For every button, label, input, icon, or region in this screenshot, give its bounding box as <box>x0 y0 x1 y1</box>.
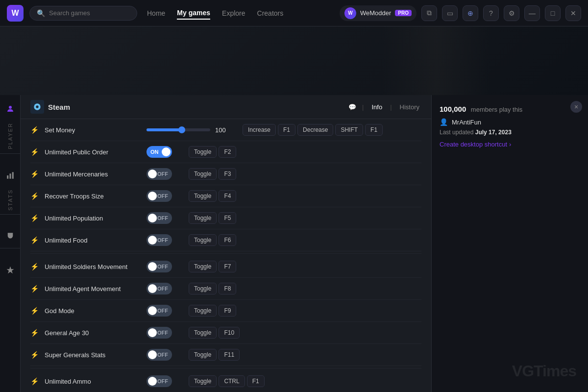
decrease-button[interactable]: Decrease <box>297 124 333 136</box>
toggle-unlimited-public-order[interactable]: ON <box>147 146 181 158</box>
window-icon[interactable]: ▭ <box>442 5 458 21</box>
toggle-key-btn[interactable]: Toggle <box>189 190 217 202</box>
sidebar-icon-extra[interactable] <box>2 262 18 278</box>
hero-figure <box>382 26 490 95</box>
key-label: F2 <box>219 146 236 158</box>
nav-explore[interactable]: Explore <box>222 7 245 19</box>
toggle-unlimited-ammo[interactable]: OFF <box>147 375 181 387</box>
sidebar-icon-player[interactable] <box>2 101 18 117</box>
toggle-god-mode[interactable]: OFF <box>147 305 181 317</box>
hero-section: My games › Total War: Rome II - Emperor … <box>0 26 588 95</box>
close-info-panel-button[interactable]: × <box>570 101 582 113</box>
toggle-pill[interactable]: OFF <box>147 305 172 317</box>
mod-row-unlimited-food: ⚡ Unlimited Food OFF Toggle F6 <box>30 229 421 251</box>
toggle-label: OFF <box>157 286 168 292</box>
help-icon[interactable]: ? <box>483 5 499 21</box>
toggle-pill[interactable]: OFF <box>147 168 172 180</box>
key-label: F6 <box>219 234 236 246</box>
copy-icon[interactable]: ⧉ <box>421 5 437 21</box>
nav-my-games[interactable]: My games <box>177 7 210 20</box>
tab-history[interactable]: History <box>398 103 421 111</box>
toggle-label: OFF <box>157 330 168 336</box>
maximize-icon[interactable]: □ <box>545 5 561 21</box>
mod-bolt-icon: ⚡ <box>30 377 39 385</box>
close-window-icon[interactable]: ✕ <box>565 5 581 21</box>
toggle-recover-troops[interactable]: OFF <box>147 190 181 202</box>
toggle-pill[interactable]: OFF <box>147 375 172 387</box>
toggle-key-btn[interactable]: Toggle <box>189 168 217 180</box>
slider-thumb[interactable] <box>178 126 185 133</box>
key-label: F9 <box>219 305 236 317</box>
toggle-pill[interactable]: OFF <box>147 327 172 339</box>
toggle-pill[interactable]: OFF <box>147 234 172 246</box>
hero-bg <box>0 26 588 95</box>
toggle-soldiers-movement[interactable]: OFF <box>147 261 181 272</box>
nav-creators[interactable]: Creators <box>257 7 284 19</box>
platform-row: Steam 💬 | Info | History <box>21 95 431 119</box>
toggle-unlimited-population[interactable]: OFF <box>147 212 181 224</box>
mod-row-general-age: ⚡ General Age 30 OFF Toggle F10 <box>30 322 421 344</box>
key-label: F4 <box>219 190 236 202</box>
toggle-key-btn[interactable]: Toggle <box>189 146 217 158</box>
toggle-super-generals-stats[interactable]: OFF <box>147 349 181 361</box>
toggle-general-age[interactable]: OFF <box>147 327 181 339</box>
sidebar-icon-trophy[interactable] <box>2 228 18 244</box>
toggle-knob <box>162 147 171 156</box>
search-box[interactable]: 🔍 <box>29 6 137 21</box>
app-logo[interactable]: W <box>7 5 24 22</box>
create-shortcut-link[interactable]: Create desktop shortcut › <box>440 141 580 148</box>
settings-icon[interactable]: ⚙ <box>504 5 519 21</box>
mod-bolt-icon: ⚡ <box>30 236 39 244</box>
toggle-key-btn[interactable]: Toggle <box>189 375 217 387</box>
mod-name: Unlimited Agent Movement <box>45 285 143 293</box>
toggle-key-btn[interactable]: Toggle <box>189 234 217 246</box>
sidebar-group-stats: Stats <box>0 168 20 215</box>
key-btns: Toggle CTRL F1 <box>189 375 265 387</box>
sidebar-group-player: Player <box>0 101 20 154</box>
tab-info[interactable]: Info <box>369 103 384 111</box>
toggle-key-btn[interactable]: Toggle <box>189 261 217 272</box>
slider-value: 100 <box>215 126 230 134</box>
sidebar-icon-stats[interactable] <box>2 168 18 183</box>
key-btns: Toggle F2 <box>189 146 236 158</box>
main-nav: Home My games Explore Creators <box>147 7 283 20</box>
search-input[interactable] <box>49 9 127 17</box>
toggle-unlimited-food[interactable]: OFF <box>147 234 181 246</box>
comment-icon[interactable]: 💬 <box>348 103 356 111</box>
search-icon: 🔍 <box>37 9 45 17</box>
discord-icon[interactable]: ⊕ <box>463 5 478 21</box>
toggle-pill[interactable]: OFF <box>147 261 172 272</box>
minimize-icon[interactable]: — <box>524 5 540 21</box>
mod-row-unlimited-soldiers-movement: ⚡ Unlimited Soldiers Movement OFF Toggle… <box>30 256 421 278</box>
toggle-label: OFF <box>157 378 168 384</box>
toggle-label: OFF <box>157 352 168 358</box>
toggle-pill[interactable]: OFF <box>147 190 172 202</box>
content-area: Steam 💬 | Info | History ⚡ Set Money <box>21 95 431 392</box>
toggle-key-btn[interactable]: Toggle <box>189 327 217 339</box>
toggle-label: OFF <box>157 215 168 221</box>
toggle-key-btn[interactable]: Toggle <box>189 283 217 294</box>
toggle-knob <box>148 328 157 337</box>
toggle-label: ON <box>150 149 159 155</box>
user-badge[interactable]: W WeModder PRO <box>340 5 416 21</box>
key-label: F7 <box>219 261 236 272</box>
toggle-pill[interactable]: OFF <box>147 283 172 294</box>
nav-home[interactable]: Home <box>147 7 165 19</box>
toggle-pill[interactable]: ON <box>147 146 172 158</box>
main-layout: Player Stats <box>0 95 588 392</box>
toggle-agent-movement[interactable]: OFF <box>147 283 181 294</box>
toggle-key-btn[interactable]: Toggle <box>189 305 217 317</box>
toggle-unlimited-mercenaries[interactable]: OFF <box>147 168 181 180</box>
toggle-key-btn[interactable]: Toggle <box>189 212 217 224</box>
mod-bolt-icon: ⚡ <box>30 170 39 178</box>
slider-container[interactable]: 100 <box>147 126 235 134</box>
members-row: 100,000 members play this <box>440 105 580 113</box>
toggle-pill[interactable]: OFF <box>147 212 172 224</box>
toggle-key-btn[interactable]: Toggle <box>189 349 217 361</box>
slider-track[interactable] <box>147 128 210 131</box>
toggle-pill[interactable]: OFF <box>147 349 172 361</box>
updated-label: Last updated <box>440 129 473 136</box>
steam-icon <box>30 100 44 114</box>
increase-button[interactable]: Increase <box>243 124 276 136</box>
key-btns: Toggle F6 <box>189 234 236 246</box>
